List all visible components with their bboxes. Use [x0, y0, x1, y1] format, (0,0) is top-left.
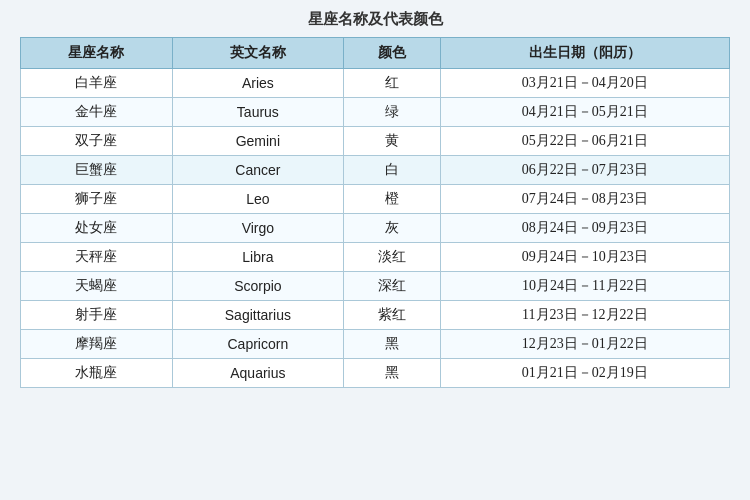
col-header-color: 颜色 [344, 38, 440, 69]
cell-zh: 双子座 [21, 127, 173, 156]
cell-en: Cancer [172, 156, 344, 185]
table-row: 金牛座Taurus绿04月21日－05月21日 [21, 98, 730, 127]
cell-color: 黑 [344, 359, 440, 388]
cell-zh: 射手座 [21, 301, 173, 330]
table-row: 水瓶座Aquarius黑01月21日－02月19日 [21, 359, 730, 388]
table-row: 天秤座Libra淡红09月24日－10月23日 [21, 243, 730, 272]
table-row: 双子座Gemini黄05月22日－06月21日 [21, 127, 730, 156]
cell-color: 白 [344, 156, 440, 185]
cell-color: 黄 [344, 127, 440, 156]
cell-color: 灰 [344, 214, 440, 243]
page-title: 星座名称及代表颜色 [20, 10, 730, 29]
table-row: 天蝎座Scorpio深红10月24日－11月22日 [21, 272, 730, 301]
cell-date: 01月21日－02月19日 [440, 359, 729, 388]
table-row: 白羊座Aries红03月21日－04月20日 [21, 69, 730, 98]
cell-date: 08月24日－09月23日 [440, 214, 729, 243]
table-header-row: 星座名称 英文名称 颜色 出生日期（阳历） [21, 38, 730, 69]
table-row: 巨蟹座Cancer白06月22日－07月23日 [21, 156, 730, 185]
cell-zh: 摩羯座 [21, 330, 173, 359]
cell-color: 深红 [344, 272, 440, 301]
cell-color: 橙 [344, 185, 440, 214]
cell-zh: 白羊座 [21, 69, 173, 98]
cell-en: Aquarius [172, 359, 344, 388]
cell-zh: 处女座 [21, 214, 173, 243]
cell-en: Capricorn [172, 330, 344, 359]
cell-date: 09月24日－10月23日 [440, 243, 729, 272]
cell-zh: 狮子座 [21, 185, 173, 214]
cell-en: Leo [172, 185, 344, 214]
cell-date: 05月22日－06月21日 [440, 127, 729, 156]
cell-en: Gemini [172, 127, 344, 156]
cell-en: Virgo [172, 214, 344, 243]
cell-date: 10月24日－11月22日 [440, 272, 729, 301]
cell-zh: 金牛座 [21, 98, 173, 127]
cell-color: 红 [344, 69, 440, 98]
cell-date: 03月21日－04月20日 [440, 69, 729, 98]
table-row: 摩羯座Capricorn黑12月23日－01月22日 [21, 330, 730, 359]
table-row: 处女座Virgo灰08月24日－09月23日 [21, 214, 730, 243]
cell-zh: 巨蟹座 [21, 156, 173, 185]
table-row: 狮子座Leo橙07月24日－08月23日 [21, 185, 730, 214]
cell-color: 黑 [344, 330, 440, 359]
col-header-en: 英文名称 [172, 38, 344, 69]
page-container: 星座名称及代表颜色 星座名称 英文名称 颜色 出生日期（阳历） 白羊座Aries… [20, 10, 730, 388]
zodiac-table: 星座名称 英文名称 颜色 出生日期（阳历） 白羊座Aries红03月21日－04… [20, 37, 730, 388]
cell-zh: 天秤座 [21, 243, 173, 272]
cell-en: Scorpio [172, 272, 344, 301]
cell-en: Libra [172, 243, 344, 272]
cell-en: Taurus [172, 98, 344, 127]
cell-date: 06月22日－07月23日 [440, 156, 729, 185]
cell-color: 绿 [344, 98, 440, 127]
cell-date: 11月23日－12月22日 [440, 301, 729, 330]
table-row: 射手座Sagittarius紫红11月23日－12月22日 [21, 301, 730, 330]
col-header-date: 出生日期（阳历） [440, 38, 729, 69]
cell-en: Sagittarius [172, 301, 344, 330]
cell-color: 紫红 [344, 301, 440, 330]
cell-zh: 水瓶座 [21, 359, 173, 388]
cell-color: 淡红 [344, 243, 440, 272]
cell-zh: 天蝎座 [21, 272, 173, 301]
cell-date: 04月21日－05月21日 [440, 98, 729, 127]
cell-date: 07月24日－08月23日 [440, 185, 729, 214]
col-header-zh: 星座名称 [21, 38, 173, 69]
cell-date: 12月23日－01月22日 [440, 330, 729, 359]
cell-en: Aries [172, 69, 344, 98]
